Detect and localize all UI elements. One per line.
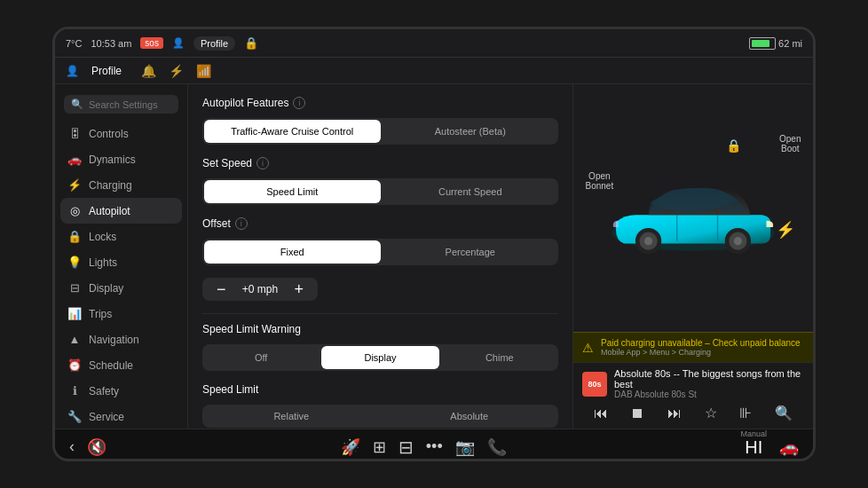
lights-icon: 💡	[67, 256, 82, 269]
set-speed-info-icon[interactable]: i	[256, 157, 269, 169]
speed-limit-title: Speed Limit	[202, 383, 558, 396]
music-station: DAB Absolute 80s St	[614, 390, 804, 399]
secondary-bar: 👤 Profile 🔔 ⚡ 📶	[55, 58, 813, 84]
favorite-btn[interactable]: ☆	[699, 405, 722, 421]
alert-banner: ⚠ Paid charging unavailable – Check unpa…	[573, 332, 813, 362]
offset-info-icon[interactable]: i	[235, 217, 248, 230]
signal-icon[interactable]: 📶	[196, 64, 211, 78]
dynamics-icon: 🚗	[67, 153, 82, 166]
set-speed-group: Speed Limit Current Speed	[202, 178, 558, 205]
search-icon: 🔍	[71, 98, 83, 110]
speed-limit-btn[interactable]: Speed Limit	[204, 180, 381, 203]
mph-value: +0 mph	[232, 283, 289, 295]
lights-label: Lights	[89, 256, 117, 269]
bluetooth-icon[interactable]: ⚡	[169, 64, 184, 78]
open-boot-button[interactable]: Open Boot	[779, 134, 801, 153]
search-input[interactable]	[89, 99, 169, 110]
sidebar-item-lights[interactable]: 💡 Lights	[55, 249, 187, 275]
svg-point-8	[734, 237, 742, 245]
phone-btn[interactable]: 📞	[487, 437, 507, 457]
sidebar-item-autopilot[interactable]: ◎ Autopilot	[60, 198, 182, 224]
sidebar-item-navigation[interactable]: ▲ Navigation	[55, 327, 187, 352]
alert-icon: ⚠	[582, 341, 594, 355]
sidebar-item-charging[interactable]: ⚡ Charging	[55, 172, 187, 198]
volume-mute-btn[interactable]: 🔇	[87, 437, 107, 457]
music-player: 80s Absolute 80s -- The biggest songs fr…	[573, 362, 813, 429]
sidebar-item-display[interactable]: ⊟ Display	[55, 275, 187, 301]
apps-btn[interactable]: ⊞	[373, 437, 386, 457]
more-btn[interactable]: •••	[426, 437, 443, 456]
next-track-btn[interactable]: ⏭	[662, 405, 687, 421]
charging-icon: ⚡	[67, 178, 82, 192]
sidebar-item-service[interactable]: 🔧 Service	[55, 404, 187, 429]
current-speed-btn[interactable]: Current Speed	[383, 178, 559, 205]
music-logo: 80s	[582, 372, 607, 397]
sos-button[interactable]: sos	[140, 37, 163, 49]
stop-btn[interactable]: ⏹	[625, 405, 650, 421]
rocket-btn[interactable]: 🚀	[341, 437, 360, 457]
locks-label: Locks	[89, 231, 116, 243]
battery-value: 62 mi	[778, 38, 802, 49]
search-music-btn[interactable]: 🔍	[769, 405, 798, 421]
sidebar-item-schedule[interactable]: ⏰ Schedule	[55, 352, 187, 378]
autopilot-features-group: Traffic-Aware Cruise Control Autosteer (…	[202, 118, 558, 145]
percentage-btn[interactable]: Percentage	[383, 239, 559, 265]
back-btn[interactable]: ‹	[69, 437, 75, 456]
taskbar-left: ‹ 🔇	[69, 437, 107, 457]
car-display: Open Bonnet Open Boot 🔒	[573, 84, 813, 332]
sidebar-item-dynamics[interactable]: 🚗 Dynamics	[55, 146, 187, 172]
offset-section: Offset i Fixed Percentage − +0 mph +	[202, 217, 558, 301]
fixed-btn[interactable]: Fixed	[204, 240, 381, 264]
svg-point-5	[644, 237, 652, 245]
sidebar-item-locks[interactable]: 🔒 Locks	[55, 224, 187, 249]
car-panel: Open Bonnet Open Boot 🔒	[573, 84, 813, 429]
sidebar-item-safety[interactable]: ℹ Safety	[55, 378, 187, 404]
charge-icon: ⚡	[776, 220, 795, 240]
speed-limit-section: Speed Limit Relative Absolute	[202, 383, 558, 428]
grid-btn[interactable]: ⊟	[398, 437, 414, 458]
controls-label: Controls	[89, 128, 129, 140]
person-icon-2: 👤	[66, 65, 79, 77]
relative-btn[interactable]: Relative	[202, 405, 381, 428]
absolute-btn[interactable]: Absolute	[381, 405, 559, 428]
battery-indicator: 62 mi	[749, 37, 802, 50]
lock-icon: 🔒	[244, 36, 258, 50]
sidebar-item-trips[interactable]: 📊 Trips	[55, 301, 187, 327]
charging-label: Charging	[89, 179, 132, 192]
trips-label: Trips	[89, 308, 112, 320]
increase-mph-btn[interactable]: +	[288, 281, 309, 297]
schedule-icon: ⏰	[67, 358, 82, 372]
traffic-aware-btn[interactable]: Traffic-Aware Cruise Control	[204, 120, 381, 143]
autosteer-btn[interactable]: Autosteer (Beta)	[383, 118, 559, 145]
service-label: Service	[89, 411, 124, 423]
status-bar: 7°C 10:53 am sos 👤 Profile 🔒 62 mi	[55, 29, 813, 58]
decrease-mph-btn[interactable]: −	[211, 281, 232, 297]
open-bonnet-button[interactable]: Open Bonnet	[586, 171, 614, 191]
sidebar: 🔍 🎛 Controls 🚗 Dynamics ⚡ Charging ◎ Aut…	[55, 84, 188, 429]
autopilot-info-icon[interactable]: i	[293, 97, 305, 109]
prev-track-btn[interactable]: ⏮	[588, 405, 613, 421]
trips-icon: 📊	[67, 307, 82, 320]
profile-button[interactable]: Profile	[193, 36, 235, 51]
equalizer-btn[interactable]: ⊪	[734, 405, 757, 421]
safety-icon: ℹ	[67, 384, 82, 397]
taskbar: ‹ 🔇 🚀 ⊞ ⊟ ••• 📷 📞 Manual HI ○○ 🚗	[55, 429, 813, 461]
camera-btn[interactable]: 📷	[455, 437, 475, 457]
music-controls: ⏮ ⏹ ⏭ ☆ ⊪ 🔍	[582, 403, 804, 423]
safety-label: Safety	[89, 385, 119, 397]
car-btn[interactable]: 🚗	[779, 437, 799, 457]
profile-button-2[interactable]: Profile	[91, 65, 122, 77]
taskbar-center: 🚀 ⊞ ⊟ ••• 📷 📞	[341, 437, 507, 458]
locks-icon: 🔒	[67, 230, 82, 243]
bell-icon[interactable]: 🔔	[141, 64, 156, 78]
speed-limit-group: Relative Absolute	[202, 405, 558, 428]
sidebar-item-controls[interactable]: 🎛 Controls	[55, 121, 187, 146]
off-btn[interactable]: Off	[202, 344, 320, 371]
car-lock-icon: 🔒	[726, 138, 741, 153]
display-btn[interactable]: Display	[321, 346, 438, 369]
chime-btn[interactable]: Chime	[441, 344, 558, 371]
car-image	[596, 151, 791, 266]
profile-label: Profile	[201, 38, 228, 49]
person-icon: 👤	[172, 37, 185, 49]
offset-title: Offset i	[202, 217, 558, 230]
